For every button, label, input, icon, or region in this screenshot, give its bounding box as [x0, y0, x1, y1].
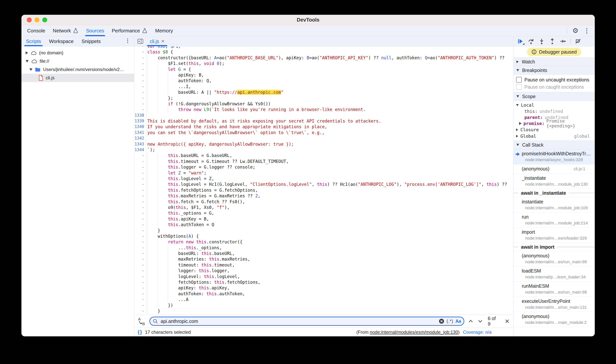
callstack-section-header[interactable]: Call Stack — [513, 141, 595, 149]
search-input[interactable] — [160, 318, 436, 324]
callstack-frame[interactable]: (anonymous)cli.js:1 — [513, 164, 595, 174]
regex-toggle[interactable]: (.*) — [447, 319, 453, 324]
callstack-frame[interactable]: (anonymous)node:internal/m…es/run_main:9… — [513, 251, 595, 266]
callstack-frame[interactable]: _instantiatenode:internal/m…module_job:1… — [513, 174, 595, 189]
scope-section-header[interactable]: Scope — [513, 92, 595, 101]
line-number-gutter[interactable]: - — [134, 170, 146, 176]
sidebar-tab-snippets[interactable]: Snippets — [79, 36, 103, 46]
tree-item-cli-js[interactable]: cli.js — [21, 74, 134, 82]
line-number-gutter[interactable]: - — [134, 164, 146, 170]
close-tab-icon[interactable]: × — [161, 38, 164, 44]
line-number-gutter[interactable]: - — [134, 199, 146, 205]
caret-right-icon[interactable] — [516, 135, 518, 138]
scope-group-local[interactable]: Local — [513, 102, 595, 108]
toggle-navigator-icon[interactable] — [134, 36, 146, 46]
line-number-gutter[interactable]: - — [134, 302, 146, 308]
line-number-gutter[interactable]: - — [134, 66, 146, 72]
line-number-gutter[interactable]: 1339 — [134, 118, 146, 124]
caret-right-icon[interactable] — [26, 51, 28, 54]
line-number-gutter[interactable]: - — [134, 84, 146, 89]
callstack-frame[interactable]: loadESMnode:internal/p…/esm_loader:34 — [513, 266, 595, 282]
minimize-window-button[interactable] — [35, 17, 40, 22]
line-number-gutter[interactable]: - — [134, 187, 146, 193]
step-out-button[interactable] — [547, 37, 557, 45]
callstack-frame[interactable]: importnode:internal/m…esm/loader:329 — [513, 228, 595, 243]
line-number-gutter[interactable]: - — [134, 89, 146, 95]
match-case-toggle[interactable]: Aa — [456, 319, 461, 324]
line-number-gutter[interactable]: - — [134, 233, 146, 239]
step-over-button[interactable] — [526, 37, 536, 45]
editor-tab-clijs[interactable]: cli.js × — [146, 36, 168, 46]
next-match-icon[interactable] — [477, 318, 483, 324]
line-number-gutter[interactable]: - — [134, 95, 146, 101]
line-number-gutter[interactable]: - — [134, 61, 146, 66]
callstack-frame[interactable]: promiseInitHookWithDestroyTr…node:intern… — [513, 149, 595, 164]
pause-on-uncaught-exceptions-checkbox[interactable] — [516, 77, 522, 83]
line-number-gutter[interactable]: - — [134, 239, 146, 245]
sidebar-tab-scripts[interactable]: Scripts — [23, 36, 44, 46]
step-button[interactable] — [558, 37, 568, 45]
line-number-gutter[interactable]: - — [134, 228, 146, 233]
caret-down-icon[interactable] — [29, 68, 32, 71]
deactivate-breakpoints-button[interactable] — [573, 37, 583, 45]
line-number-gutter[interactable]: - — [134, 210, 146, 216]
more-options-kebab-icon[interactable]: ⋮ — [584, 28, 590, 34]
scope-variable-this[interactable]: this:undefined — [513, 108, 595, 114]
line-number-gutter[interactable]: - — [134, 285, 146, 291]
line-number-gutter[interactable]: - — [134, 297, 146, 302]
replace-toggle-icon[interactable]: AB — [137, 317, 146, 325]
line-number-gutter[interactable]: - — [134, 279, 146, 285]
callstack-frame[interactable]: runMainESMnode:internal/m…es/run_main:98 — [513, 282, 595, 297]
line-number-gutter[interactable]: - — [134, 182, 146, 187]
sidebar-tab-workspace[interactable]: Workspace — [46, 36, 76, 46]
tab-performance[interactable]: Performance — [108, 25, 151, 36]
close-search-icon[interactable] — [504, 318, 510, 324]
breakpoints-section-header[interactable]: Breakpoints — [513, 66, 595, 75]
line-number-gutter[interactable]: - — [134, 291, 146, 297]
line-number-gutter[interactable]: 1338 — [134, 113, 146, 118]
line-number-gutter[interactable]: - — [134, 256, 146, 262]
line-number-gutter[interactable]: 1343 — [134, 141, 146, 147]
line-number-gutter[interactable]: - — [134, 193, 146, 199]
clear-search-icon[interactable] — [439, 318, 444, 324]
tree-item-users-jinhuilee-nvm-versions-node-v2-[interactable]: Users/jinhuilee/.nvm/versions/node/v2… — [21, 65, 134, 74]
tab-network[interactable]: Network — [49, 25, 82, 36]
zoom-window-button[interactable] — [42, 17, 47, 22]
line-number-gutter[interactable]: - — [134, 251, 146, 256]
line-number-gutter[interactable]: - — [134, 78, 146, 84]
previous-match-icon[interactable] — [468, 318, 474, 324]
caret-down-icon[interactable] — [516, 104, 519, 106]
scope-variable-promise[interactable]: promise:Promise {<pending>} — [513, 120, 595, 127]
source-origin-link[interactable]: node:internal/modules/esm/module_job:130 — [370, 329, 458, 335]
callstack-frame[interactable]: runnode:internal/m…module_job:214 — [513, 212, 595, 228]
callstack-frame[interactable]: (anonymous)node:internal/m…main_module:2 — [513, 312, 595, 327]
tree-item--no-domain-[interactable]: (no domain) — [21, 49, 134, 57]
tab-memory[interactable]: Memory — [151, 25, 177, 36]
watch-section-header[interactable]: Watch — [513, 57, 595, 66]
line-number-gutter[interactable]: - — [134, 72, 146, 78]
tab-console[interactable]: Console — [23, 25, 49, 36]
line-number-gutter[interactable]: - — [134, 49, 146, 55]
step-into-button[interactable] — [537, 37, 546, 45]
coverage-link[interactable]: Coverage: n/a — [463, 329, 491, 335]
line-number-gutter[interactable]: 1342 — [134, 135, 146, 141]
line-number-gutter[interactable]: - — [134, 153, 146, 158]
pause-on-caught-exceptions-checkbox[interactable] — [516, 84, 522, 90]
line-number-gutter[interactable]: - — [134, 176, 146, 182]
caret-down-icon[interactable] — [26, 60, 29, 63]
scope-group-global[interactable]: Globalglobal — [513, 133, 595, 139]
line-number-gutter[interactable]: - — [134, 262, 146, 268]
resume-script-button[interactable] — [516, 37, 525, 45]
line-number-gutter[interactable]: 1340 — [134, 124, 146, 130]
line-number-gutter[interactable]: - — [134, 107, 146, 112]
line-number-gutter[interactable]: - — [134, 216, 146, 222]
line-number-gutter[interactable]: - — [134, 245, 146, 251]
line-number-gutter[interactable]: 1341 — [134, 130, 146, 135]
line-number-gutter[interactable]: - — [134, 222, 146, 227]
line-number-gutter[interactable]: - — [134, 46, 146, 49]
line-number-gutter[interactable]: 1344 — [134, 147, 146, 153]
line-number-gutter[interactable]: - — [134, 268, 146, 273]
settings-gear-icon[interactable]: ⚙ — [572, 27, 578, 34]
line-number-gutter[interactable]: - — [134, 274, 146, 279]
callstack-frame[interactable]: executeUserEntryPointnode:internal/m…s/r… — [513, 297, 595, 312]
